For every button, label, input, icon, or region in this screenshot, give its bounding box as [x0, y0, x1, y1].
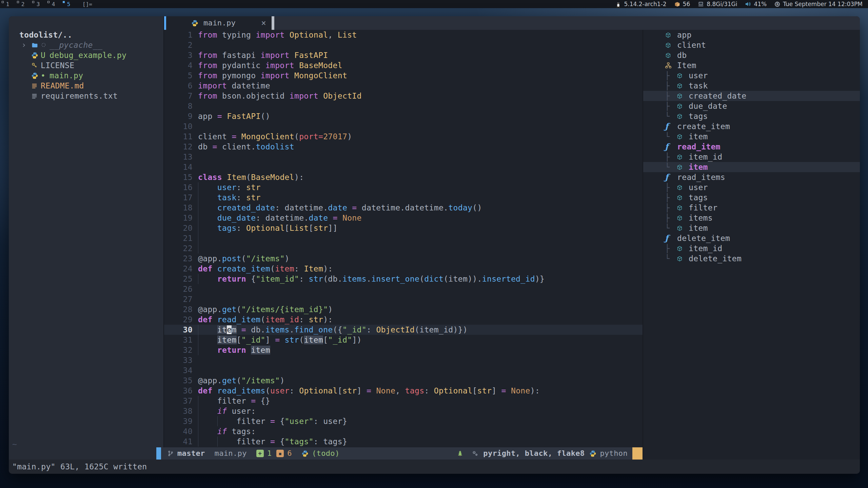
outline-item-item_id[interactable]: ├item_id	[643, 243, 860, 253]
workspace-tag-3[interactable]: 3	[31, 0, 46, 8]
code-line-31[interactable]: 31 item["_id"] = str(item["_id"])	[164, 335, 643, 345]
outline-item-filter[interactable]: ├filter	[643, 203, 860, 213]
status-module-text: Tue September 14 12:03PM	[783, 1, 863, 7]
code-line-32[interactable]: 32 return item	[164, 345, 643, 355]
outline-item-item[interactable]: └item	[643, 162, 860, 172]
line-number: 11	[164, 131, 198, 142]
workspace-tag-2[interactable]: 2	[15, 0, 31, 8]
tree-item-LICENSE[interactable]: LICENSE	[9, 60, 163, 70]
code-line-24[interactable]: 24def create_item(item: Item):	[164, 264, 643, 274]
line-number: 24	[164, 264, 198, 274]
indent-guide	[198, 223, 217, 233]
filetype-label: python	[600, 448, 628, 459]
outline-item-Item[interactable]: Item	[643, 60, 860, 70]
workspace-tag-5[interactable]: 5	[61, 0, 76, 8]
code-line-3[interactable]: 3from fastapi import FastAPI	[164, 50, 643, 60]
outline-item-created_date[interactable]: ├created_date	[643, 91, 860, 101]
outline-item-read_items[interactable]: ƒread_items	[643, 172, 860, 182]
tree-connector: ├	[665, 91, 676, 101]
tree-item-README.md[interactable]: README.md	[9, 81, 163, 91]
code-editor[interactable]: 1from typing import Optional, List23from…	[164, 30, 643, 447]
code-line-6[interactable]: 6import datetime	[164, 81, 643, 91]
code-line-25[interactable]: 25 return {"item_id": str(db.items.inser…	[164, 274, 643, 284]
code-line-10[interactable]: 10	[164, 121, 643, 131]
code-line-4[interactable]: 4from pydantic import BaseModel	[164, 60, 643, 70]
outline-item-delete_item[interactable]: └delete_item	[643, 253, 860, 264]
outline-item-user[interactable]: ├user	[643, 182, 860, 192]
git-branch-icon	[167, 450, 174, 457]
code-line-27[interactable]: 27	[164, 294, 643, 304]
line-number: 15	[164, 172, 198, 182]
layout-symbol[interactable]: []=	[82, 1, 92, 7]
outline-item-client[interactable]: client	[643, 40, 860, 50]
outline-item-tags[interactable]: └tags	[643, 111, 860, 121]
code-line-12[interactable]: 12db = client.todolist	[164, 142, 643, 152]
outline-item-items[interactable]: ├items	[643, 213, 860, 223]
outline-item-read_item[interactable]: ƒread_item	[643, 142, 860, 152]
tree-item-main.py[interactable]: •main.py	[9, 70, 163, 81]
code-line-23[interactable]: 23@app.post("/items")	[164, 253, 643, 264]
workspace-tags: 12345	[0, 0, 76, 8]
outline-item-tags[interactable]: ├tags	[643, 192, 860, 203]
code-line-39[interactable]: 39 filter = {"user": user}	[164, 416, 643, 426]
code-line-40[interactable]: 40 if tags:	[164, 426, 643, 436]
code-line-20[interactable]: 20 tags: Optional[List[str]]	[164, 223, 643, 233]
outline-item-user[interactable]: ├user	[643, 70, 860, 81]
indent-guide	[198, 213, 217, 223]
outline-item-due_date[interactable]: ├due_date	[643, 101, 860, 111]
code-line-1[interactable]: 1from typing import Optional, List	[164, 30, 643, 40]
code-line-21[interactable]: 21	[164, 233, 643, 243]
tag-label: 3	[37, 1, 40, 7]
workspace-tag-1[interactable]: 1	[0, 0, 15, 8]
code-line-17[interactable]: 17 task: str	[164, 192, 643, 203]
code-line-28[interactable]: 28@app.get("/items/{item_id}")	[164, 304, 643, 314]
outline-item-db[interactable]: db	[643, 50, 860, 60]
treesitter-tree-icon	[457, 450, 463, 457]
code-line-8[interactable]: 8	[164, 101, 643, 111]
outline-item-delete_item[interactable]: ƒdelete_item	[643, 233, 860, 243]
refresh-icon	[41, 42, 46, 48]
code-line-9[interactable]: 9app = FastAPI()	[164, 111, 643, 121]
indent-guide	[198, 335, 217, 345]
code-line-7[interactable]: 7from bson.objectid import ObjectId	[164, 91, 643, 101]
empty-line-marker: ~	[12, 439, 17, 449]
code-line-2[interactable]: 2	[164, 40, 643, 50]
git-status-flag: •	[41, 70, 50, 81]
code-line-41[interactable]: 41 filter = {"tags": tags}	[164, 436, 643, 447]
code-line-14[interactable]: 14	[164, 162, 643, 172]
outline-item-label: Item	[677, 60, 696, 70]
code-line-19[interactable]: 19 due_date: datetime.date = None	[164, 213, 643, 223]
outline-item-create_item[interactable]: ƒcreate_item	[643, 121, 860, 131]
outline-item-label: item	[689, 131, 708, 142]
outline-item-task[interactable]: ├task	[643, 81, 860, 91]
code-line-11[interactable]: 11client = MongoClient(port=27017)	[164, 131, 643, 142]
code-line-26[interactable]: 26	[164, 284, 643, 294]
code-line-16[interactable]: 16 user: str	[164, 182, 643, 192]
outline-item-item[interactable]: └item	[643, 131, 860, 142]
tree-item-requirements.txt[interactable]: requirements.txt	[9, 91, 163, 101]
code-line-5[interactable]: 5from pymongo import MongoClient	[164, 70, 643, 81]
code-line-35[interactable]: 35@app.get("/items")	[164, 375, 643, 386]
code-line-37[interactable]: 37 filter = {}	[164, 396, 643, 406]
tree-item-debug_example.py[interactable]: Udebug_example.py	[9, 50, 163, 60]
tag-indicator-square	[47, 1, 50, 3]
tree-item-__pycache__[interactable]: __pycache__	[9, 40, 163, 50]
code-line-13[interactable]: 13	[164, 152, 643, 162]
code-line-33[interactable]: 33	[164, 355, 643, 365]
code-line-22[interactable]: 22	[164, 243, 643, 253]
close-icon[interactable]: ×	[261, 18, 266, 28]
tab-main-py[interactable]: main.py ×	[164, 16, 272, 30]
code-line-38[interactable]: 38 if user:	[164, 406, 643, 416]
outline-item-item_id[interactable]: ├item_id	[643, 152, 860, 162]
outline-item-app[interactable]: app	[643, 30, 860, 40]
code-line-34[interactable]: 34	[164, 365, 643, 375]
tag-label: 1	[6, 1, 9, 7]
code-line-18[interactable]: 18 created_date: datetime.date = datetim…	[164, 203, 643, 213]
variable-cube-icon	[665, 52, 671, 59]
code-line-36[interactable]: 36def read_items(user: Optional[str] = N…	[164, 386, 643, 396]
workspace-tag-4[interactable]: 4	[46, 0, 61, 8]
code-line-30[interactable]: 30 item = db.items.find_one({"_id": Obje…	[164, 325, 643, 335]
code-line-29[interactable]: 29def read_item(item_id: str):	[164, 314, 643, 325]
outline-item-item[interactable]: └item	[643, 223, 860, 233]
code-line-15[interactable]: 15class Item(BaseModel):	[164, 172, 643, 182]
